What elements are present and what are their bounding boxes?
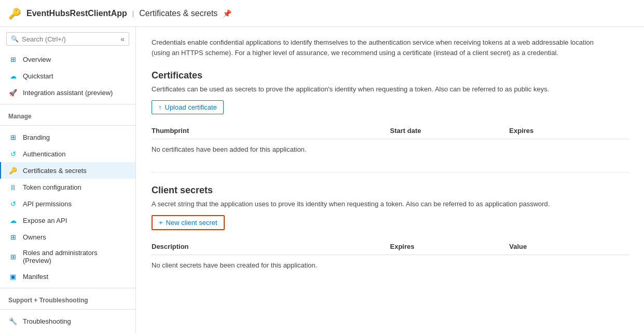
sidebar-item-manifest[interactable]: ▣ Manifest bbox=[0, 268, 135, 285]
client-secrets-description: A secret string that the application use… bbox=[152, 200, 598, 208]
expose-api-icon: ☁ bbox=[8, 216, 18, 225]
sidebar-item-quickstart[interactable]: ☁ Quickstart bbox=[0, 68, 135, 84]
pin-icon[interactable]: 📌 bbox=[223, 9, 231, 18]
new-client-secret-label: New client secret bbox=[166, 219, 217, 227]
cert-col-expires: Expires bbox=[509, 127, 628, 135]
api-permissions-icon: ↺ bbox=[8, 199, 18, 208]
client-secrets-section-title: Client secrets bbox=[152, 185, 628, 196]
sidebar-item-expose-api-label: Expose an API bbox=[23, 217, 67, 224]
new-client-secret-button[interactable]: + New client secret bbox=[152, 215, 225, 230]
collapse-button[interactable]: « bbox=[120, 35, 125, 43]
sidebar-item-owners-label: Owners bbox=[23, 233, 46, 241]
top-bar: 🔑 EventHubsRestClientApp | Certificates … bbox=[0, 0, 644, 27]
secrets-empty-message: No client secrets have been created for … bbox=[152, 255, 628, 275]
sidebar-item-roles-label: Roles and administrators (Preview) bbox=[23, 249, 127, 264]
sidebar-item-authentication-label: Authentication bbox=[23, 150, 65, 158]
sidebar-item-integration-label: Integration assistant (preview) bbox=[23, 89, 113, 97]
support-divider bbox=[0, 288, 135, 288]
sidebar-item-manifest-label: Manifest bbox=[23, 273, 48, 281]
sidebar-item-owners[interactable]: ⊞ Owners bbox=[0, 229, 135, 245]
sidebar-item-token[interactable]: ||| Token configuration bbox=[0, 179, 135, 195]
manage-section-label: Manage bbox=[0, 108, 135, 122]
certificates-empty-message: No certificates have been added for this… bbox=[152, 139, 628, 159]
manage-divider bbox=[0, 104, 135, 104]
main-content: Credentials enable confidential applicat… bbox=[136, 27, 644, 333]
quickstart-icon: ☁ bbox=[8, 71, 18, 81]
cert-col-startdate: Start date bbox=[390, 127, 510, 135]
cert-col-thumbprint: Thumbprint bbox=[152, 127, 390, 135]
secrets-table-header: Description Expires Value bbox=[152, 238, 628, 255]
branding-icon: ⊞ bbox=[8, 132, 18, 142]
certificates-section-title: Certificates bbox=[152, 70, 628, 81]
upload-icon: ↑ bbox=[158, 103, 162, 111]
upload-certificate-button[interactable]: ↑ Upload certificate bbox=[152, 100, 224, 114]
search-icon: 🔍 bbox=[11, 35, 19, 43]
intro-description: Credentials enable confidential applicat… bbox=[152, 37, 598, 58]
sidebar-item-token-label: Token configuration bbox=[23, 183, 81, 191]
sidebar-item-authentication[interactable]: ↺ Authentication bbox=[0, 145, 135, 162]
overview-icon: ⊞ bbox=[8, 55, 18, 64]
sidebar-item-quickstart-label: Quickstart bbox=[23, 72, 53, 80]
breadcrumb-separator: | bbox=[132, 9, 134, 17]
sidebar-item-api-permissions[interactable]: ↺ API permissions bbox=[0, 195, 135, 212]
app-icon: 🔑 bbox=[8, 7, 21, 20]
certificates-table-header: Thumbprint Start date Expires bbox=[152, 123, 628, 139]
sidebar-item-certificates[interactable]: 🔑 Certificates & secrets bbox=[0, 162, 135, 179]
certificates-icon: 🔑 bbox=[8, 166, 18, 175]
secret-col-expires: Expires bbox=[390, 243, 510, 250]
certificates-description: Certificates can be used as secrets to p… bbox=[152, 85, 598, 93]
roles-icon: ⊞ bbox=[8, 252, 18, 261]
upload-certificate-label: Upload certificate bbox=[165, 103, 217, 111]
integration-icon: 🚀 bbox=[8, 88, 18, 97]
sidebar-item-troubleshooting[interactable]: 🔧 Troubleshooting bbox=[0, 313, 135, 329]
sidebar-item-support[interactable]: 🔧 New support request bbox=[0, 329, 135, 333]
manifest-icon: ▣ bbox=[8, 272, 18, 281]
support-section-label: Support + Troubleshooting bbox=[0, 291, 135, 306]
sidebar-item-api-permissions-label: API permissions bbox=[23, 200, 72, 208]
sidebar-item-overview[interactable]: ⊞ Overview bbox=[0, 51, 135, 68]
sidebar-item-integration[interactable]: 🚀 Integration assistant (preview) bbox=[0, 84, 135, 101]
plus-icon: + bbox=[159, 219, 163, 227]
sidebar: 🔍 « ⊞ Overview ☁ Quickstart 🚀 Integratio… bbox=[0, 27, 136, 333]
support-divider-2 bbox=[0, 309, 135, 310]
app-title: EventHubsRestClientApp bbox=[26, 9, 127, 18]
secret-col-value: Value bbox=[509, 243, 628, 250]
secret-col-description: Description bbox=[152, 243, 390, 250]
sidebar-item-expose-api[interactable]: ☁ Expose an API bbox=[0, 212, 135, 229]
search-input[interactable] bbox=[22, 35, 94, 43]
sidebar-item-certificates-label: Certificates & secrets bbox=[23, 167, 87, 175]
content-area: 🔍 « ⊞ Overview ☁ Quickstart 🚀 Integratio… bbox=[0, 27, 644, 333]
manage-divider-2 bbox=[0, 125, 135, 126]
owners-icon: ⊞ bbox=[8, 232, 18, 242]
sidebar-item-branding[interactable]: ⊞ Branding bbox=[0, 129, 135, 145]
sidebar-item-branding-label: Branding bbox=[23, 134, 50, 141]
sidebar-item-overview-label: Overview bbox=[23, 56, 51, 63]
token-icon: ||| bbox=[8, 182, 18, 192]
sidebar-item-troubleshooting-label: Troubleshooting bbox=[23, 317, 71, 325]
section-divider bbox=[152, 172, 628, 172]
sidebar-item-roles[interactable]: ⊞ Roles and administrators (Preview) bbox=[0, 245, 135, 268]
search-box: 🔍 « bbox=[6, 32, 129, 46]
page-title: Certificates & secrets bbox=[139, 9, 217, 18]
authentication-icon: ↺ bbox=[8, 149, 18, 158]
troubleshooting-icon: 🔧 bbox=[8, 316, 18, 326]
